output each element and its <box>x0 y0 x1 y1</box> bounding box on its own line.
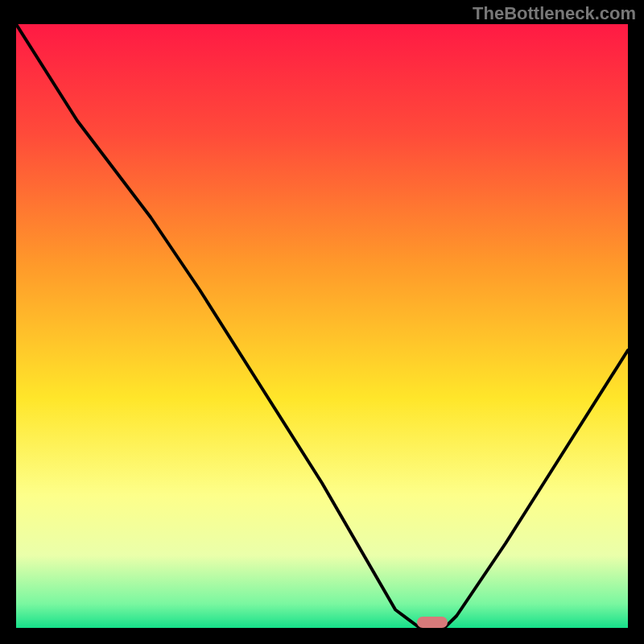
watermark: TheBottleneck.com <box>473 3 636 24</box>
plot-area <box>16 24 628 628</box>
bottleneck-curve <box>16 24 628 628</box>
chart-container: TheBottleneck.com <box>0 0 644 644</box>
optimum-marker <box>417 617 448 628</box>
curve-layer <box>16 24 628 628</box>
